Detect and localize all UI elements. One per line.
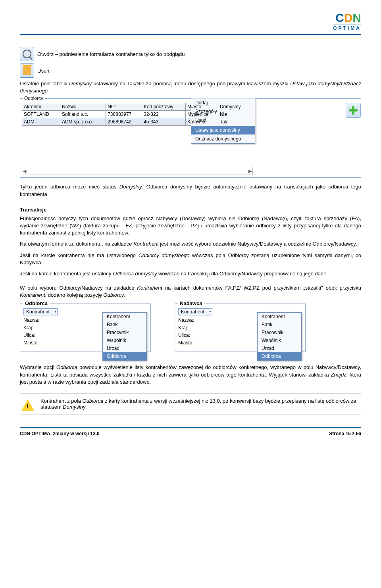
footer-title: CDN OPT!MA, zmiany w wersji 13.0	[20, 431, 100, 436]
paragraph-dropdown-intro: W polu wyboru Odbiorcy/Nadawcy na zakład…	[20, 284, 361, 299]
page-footer: CDN OPT!MA, zmiany w wersji 13.0 Strona …	[20, 431, 361, 436]
footer-page-number: Strona 15 z 66	[329, 431, 361, 436]
header-logo: CDN OPTIMA	[20, 12, 361, 31]
icon-line-delete: Usuń.	[20, 63, 361, 78]
odbiorca-panel: Odbiorca Kontrahent: Nazwa: Kraj: Ulica:…	[20, 304, 151, 352]
col-akronim[interactable]: Akronim	[22, 103, 60, 111]
odbiorca-legend: Odbiorca	[23, 300, 50, 306]
menu-kontrahent[interactable]: Kontrahent	[258, 313, 301, 321]
footer-divider	[20, 427, 361, 428]
logo-letter-n: N	[352, 11, 361, 24]
scroll-left-icon[interactable]: ◀	[23, 169, 26, 174]
icon-line-preview: Otwórz – podniesienie formularza kontrah…	[20, 47, 361, 61]
odbiorcy-legend: Odbiorcy	[23, 96, 45, 101]
menu-pracownik[interactable]: Pracownik	[258, 329, 301, 336]
menu-bank[interactable]: Bank	[103, 321, 146, 329]
header-divider	[20, 34, 361, 35]
logo-letter-d: D	[344, 11, 353, 24]
trash-icon	[23, 66, 31, 75]
logo-letter-c: C	[335, 11, 344, 24]
col-nip[interactable]: NIP	[106, 103, 142, 111]
delete-label: Usuń.	[37, 68, 51, 74]
menu-wspolnik[interactable]: Wspólnik	[103, 336, 146, 344]
preview-button[interactable]	[20, 47, 34, 61]
menu-odbiorca[interactable]: Odbiorca	[258, 352, 301, 360]
horizontal-scrollbar[interactable]: ◀ ▶	[22, 167, 253, 175]
menu-urzad[interactable]: Urząd	[258, 344, 301, 352]
menu-urzad[interactable]: Urząd	[103, 344, 146, 352]
add-button[interactable]	[346, 103, 361, 118]
col-kod[interactable]: Kod pocztowy	[142, 103, 185, 111]
preview-label: Otwórz – podniesienie formularza kontrah…	[37, 51, 185, 57]
logo-subtitle: OPTIMA	[333, 25, 361, 31]
delete-button[interactable]	[20, 63, 34, 78]
menu-odznacz-domyslnego[interactable]: Odznacz domyślnego	[191, 135, 255, 143]
magnifier-icon	[23, 50, 31, 58]
warning-icon	[21, 400, 34, 411]
scroll-right-icon[interactable]: ▶	[248, 169, 252, 174]
kontrahent-dropdown-button[interactable]: Kontrahent:	[178, 308, 212, 315]
nadawca-legend: Nadawca	[178, 300, 204, 306]
transakcje-p2: Na otwartym formularzu dokumentu, na zak…	[20, 240, 361, 248]
section-transakcje-title: Transakcje	[20, 207, 361, 213]
odbiorca-dropdown-menu[interactable]: Kontrahent Bank Pracownik Wspólnik Urząd…	[102, 312, 147, 361]
note-box: Kontrahent z pola Odbiorca z karty kontr…	[20, 394, 361, 415]
menu-odbiorca[interactable]: Odbiorca	[103, 352, 146, 360]
nadawca-dropdown-menu[interactable]: Kontrahent Bank Pracownik Wspólnik Urząd…	[257, 312, 302, 361]
odbiorcy-fieldset: Odbiorcy Akronim Nazwa NIP Kod pocztowy …	[20, 98, 361, 178]
menu-separator	[191, 125, 255, 125]
menu-wspolnik[interactable]: Wspólnik	[258, 336, 301, 344]
col-nazwa[interactable]: Nazwa	[60, 103, 106, 111]
note-text: Kontrahent z pola Odbiorca z karty kontr…	[40, 398, 360, 410]
nadawca-panel: Nadawca Kontrahent: Nazwa: Kraj: Ulica: …	[175, 304, 306, 352]
transakcje-p1: Funkcjonalność dotyczy tych dokumentów g…	[20, 215, 361, 237]
transakcje-p4: Jeśli na karcie kontrahenta jest ustalon…	[20, 270, 361, 277]
menu-pracownik[interactable]: Pracownik	[103, 329, 146, 336]
paragraph-status: Tylko jeden odbiorca może mieć status Do…	[20, 183, 361, 198]
paragraph-wybranie: Wybranie opcji Odbiorca powoduje wyświet…	[20, 364, 361, 386]
menu-bank[interactable]: Bank	[258, 321, 301, 329]
transakcje-p3: Jeśli na karcie kontrahenta nie ma ustaw…	[20, 252, 361, 266]
kontrahent-dropdown-button[interactable]: Kontrahent:	[23, 308, 58, 315]
plus-icon	[349, 106, 358, 115]
menu-kontrahent[interactable]: Kontrahent	[103, 313, 146, 321]
menu-ustaw-domyslny[interactable]: Ustaw jako domyślny	[191, 126, 255, 135]
paragraph-intro: Ostatnie pole tabelki Domyślny ustawiamy…	[20, 80, 361, 94]
